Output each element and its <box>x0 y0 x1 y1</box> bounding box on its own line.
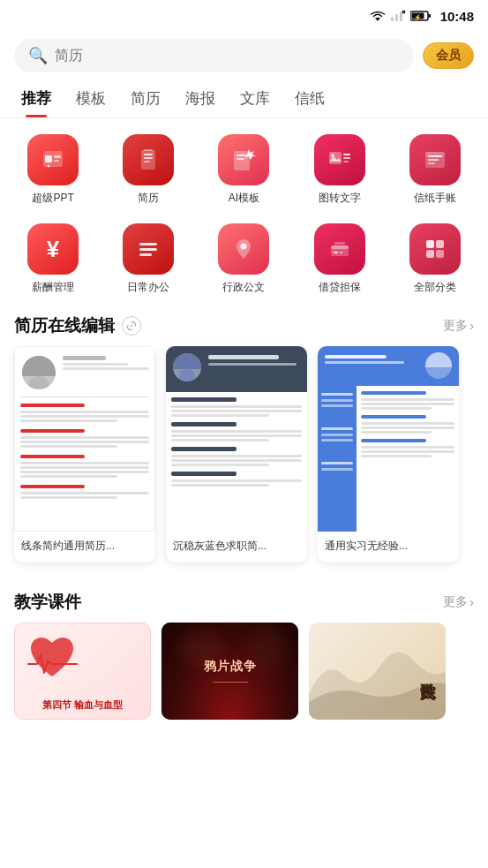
svg-marker-0 <box>375 18 380 21</box>
svg-rect-12 <box>54 155 61 158</box>
wifi-icon <box>370 10 386 22</box>
search-bar: 🔍 会员 <box>0 32 488 79</box>
teaching-section-header: 教学课件 更多 › <box>0 577 488 623</box>
icon-item-ai[interactable]: AI模板 <box>198 129 289 211</box>
tab-resume[interactable]: 简历 <box>118 79 173 117</box>
resume-card-2-preview <box>166 346 307 532</box>
svg-rect-35 <box>139 248 157 251</box>
resume-avatar-1 <box>22 356 56 389</box>
resume-card-3-preview <box>318 346 459 532</box>
search-input[interactable] <box>55 48 400 64</box>
vip-badge[interactable]: 会员 <box>423 42 474 69</box>
icon-item-resume[interactable]: 简历 <box>102 129 194 211</box>
teaching-card-1[interactable]: 第四节 输血与血型 <box>14 623 151 720</box>
tab-poster[interactable]: 海报 <box>173 79 228 117</box>
tab-template[interactable]: 模板 <box>64 79 118 117</box>
ppt-label: 超级PPT <box>32 191 73 206</box>
svg-rect-1 <box>391 17 394 21</box>
icon-item-img2text[interactable]: 图转文字 <box>294 129 386 211</box>
tab-library[interactable]: 文库 <box>228 79 282 117</box>
resume-blue-header <box>318 346 459 386</box>
loan-icon <box>327 237 352 261</box>
office-label: 日常办公 <box>127 280 169 295</box>
svg-rect-40 <box>334 252 338 253</box>
svg-rect-39 <box>331 245 349 249</box>
admin-icon-bg <box>218 223 269 275</box>
img2text-label: 图转文字 <box>319 191 361 206</box>
allcat-icon-bg <box>409 223 461 275</box>
svg-rect-26 <box>343 154 350 155</box>
battery-icon: ⚡ <box>410 10 432 22</box>
svg-rect-27 <box>343 157 350 159</box>
office-icon-bg <box>123 223 174 275</box>
teaching-card-3[interactable]: 姓氏歌 <box>309 623 446 720</box>
teaching-card-2-title: 鸦片战争 <box>204 659 257 675</box>
img2text-icon <box>327 147 353 173</box>
svg-rect-13 <box>54 160 59 162</box>
salary-label: 薪酬管理 <box>32 280 74 295</box>
salary-icon: ¥ <box>47 236 59 263</box>
resume-cards-scroll: 线条简约通用简历... <box>0 346 488 577</box>
letter-icon <box>422 147 448 173</box>
status-bar: ⚡ 10:48 <box>0 0 488 32</box>
svg-rect-43 <box>426 240 434 248</box>
teaching-section-title: 教学课件 <box>14 591 81 614</box>
link-svg-icon <box>126 321 137 331</box>
signal-icon <box>390 10 406 22</box>
svg-point-14 <box>48 165 50 168</box>
resume-blue-sidebar <box>318 386 357 532</box>
svg-rect-17 <box>144 157 153 159</box>
svg-rect-18 <box>144 161 150 162</box>
icon-grid-section: 超级PPT 简历 <box>0 118 488 300</box>
icon-item-salary[interactable]: ¥ 薪酬管理 <box>7 218 99 300</box>
chevron-right-icon-2: › <box>469 595 474 609</box>
icon-item-office[interactable]: 日常办公 <box>102 218 194 300</box>
icon-item-letter[interactable]: 信纸手账 <box>389 129 481 211</box>
resume-divider-1 <box>20 396 149 397</box>
resume-name-block <box>63 356 149 374</box>
resume-card-2-label: 沉稳灰蓝色求职简... <box>166 532 307 562</box>
ai-icon-bg <box>218 134 269 185</box>
resume-card-3[interactable]: 通用实习无经验... <box>318 346 459 562</box>
allcat-label: 全部分类 <box>414 280 456 295</box>
letter-label: 信纸手账 <box>414 191 456 206</box>
tab-letter[interactable]: 信纸 <box>282 79 337 117</box>
icon-item-ppt[interactable]: 超级PPT <box>7 129 99 211</box>
resume-card-2[interactable]: 沉稳灰蓝色求职简... <box>166 346 307 562</box>
loan-label: 借贷担保 <box>319 280 361 295</box>
svg-rect-28 <box>343 161 349 162</box>
teaching-card-2[interactable]: 鸦片战争 <box>161 623 298 720</box>
allcat-icon <box>423 237 447 261</box>
tab-recommend[interactable]: 推荐 <box>9 79 64 117</box>
svg-rect-2 <box>395 14 398 21</box>
office-icon <box>136 237 161 261</box>
resume-card-1-preview <box>14 346 155 532</box>
teaching-more-link[interactable]: 更多 › <box>443 594 474 610</box>
salary-icon-bg: ¥ <box>27 223 79 275</box>
loan-icon-bg <box>314 223 365 275</box>
resume-card-1-label: 线条简约通用简历... <box>14 532 155 562</box>
svg-rect-45 <box>426 250 434 258</box>
resume-icon <box>135 147 161 173</box>
svg-rect-3 <box>400 11 402 21</box>
svg-rect-41 <box>340 252 342 253</box>
admin-label: 行政公文 <box>222 280 265 295</box>
ai-label: AI模板 <box>229 191 259 206</box>
icon-item-allcat[interactable]: 全部分类 <box>389 218 481 300</box>
resume-section-header: 简历在线编辑 更多 › <box>0 300 488 346</box>
ppt-icon-bg <box>27 134 79 185</box>
link-icon[interactable] <box>122 316 141 336</box>
resume-label: 简历 <box>138 191 159 206</box>
svg-text:⚡: ⚡ <box>414 13 422 21</box>
resume-main-content-3 <box>357 386 459 532</box>
heart-ecg-icon <box>24 630 81 688</box>
icon-item-admin[interactable]: 行政公文 <box>198 218 289 300</box>
search-input-wrap[interactable]: 🔍 <box>14 39 414 72</box>
nav-tabs: 推荐 模板 简历 海报 文库 信纸 <box>0 79 488 118</box>
icon-item-loan[interactable]: 借贷担保 <box>294 218 386 300</box>
resume-card-1[interactable]: 线条简约通用简历... <box>14 346 155 562</box>
resume-more-link[interactable]: 更多 › <box>443 318 474 334</box>
svg-rect-47 <box>130 324 133 328</box>
teaching-cards-scroll: 第四节 输血与血型 鸦片战争 姓氏歌 <box>0 623 488 737</box>
svg-rect-36 <box>139 253 152 256</box>
